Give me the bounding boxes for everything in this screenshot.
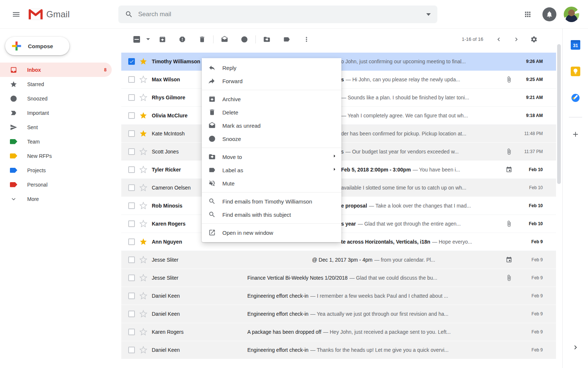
email-checkbox[interactable]: [128, 220, 135, 227]
list-scrollbar[interactable]: [557, 44, 561, 184]
star-toggle-icon[interactable]: [139, 292, 147, 300]
search-options-caret-icon[interactable]: [426, 13, 431, 16]
right-rail: 31: [562, 29, 588, 368]
menu-item-mark-as-unread[interactable]: Mark as unread: [202, 119, 341, 132]
sidebar-item-starred[interactable]: Starred: [0, 77, 112, 91]
menu-item-move-to[interactable]: Move to: [202, 150, 341, 163]
star-toggle-icon[interactable]: [139, 166, 147, 174]
email-row[interactable]: Daniel Keen Engineering effort check-in …: [121, 341, 556, 359]
star-toggle-icon[interactable]: [139, 112, 147, 120]
hamburger-menu-icon[interactable]: [7, 6, 25, 23]
newer-page-button[interactable]: [491, 32, 506, 47]
email-checkbox[interactable]: [128, 148, 135, 155]
email-row[interactable]: Daniel Keen Engineering effort check-in …: [121, 305, 556, 323]
email-subject-snippet: Engineering effort check-in — Thanks for…: [247, 347, 505, 353]
settings-gear-icon[interactable]: [527, 32, 541, 47]
profile-avatar[interactable]: [564, 7, 579, 22]
collapse-rail-chevron-icon[interactable]: [568, 340, 583, 355]
menu-item-snooze[interactable]: Snooze: [202, 132, 341, 145]
star-toggle-icon[interactable]: [139, 148, 147, 156]
sidebar-item-new-rfps[interactable]: New RFPs: [0, 149, 112, 163]
menu-item-find-emails-with-this-subject[interactable]: Find emails with this subject: [202, 208, 341, 221]
email-checkbox[interactable]: [128, 238, 135, 245]
sidebar-item-projects[interactable]: Projects: [0, 163, 112, 177]
email-row[interactable]: Karen Rogers A package has been dropped …: [121, 323, 556, 341]
menu-divider: [202, 192, 341, 192]
snooze-button[interactable]: [237, 32, 252, 47]
email-checkbox[interactable]: [128, 130, 135, 137]
menu-item-reply[interactable]: Reply: [202, 61, 341, 74]
mark-read-button[interactable]: [217, 32, 232, 47]
email-row[interactable]: Daniel Keen Engineering effort check-in …: [121, 287, 556, 305]
notification-bell-icon[interactable]: [542, 7, 556, 21]
list-toolbar: 1-16 of 16: [121, 29, 556, 50]
search-icon[interactable]: [125, 10, 133, 18]
move-to-button[interactable]: [259, 32, 274, 47]
select-caret-icon[interactable]: [146, 38, 150, 40]
archive-button[interactable]: [155, 32, 170, 47]
email-checkbox[interactable]: [128, 293, 135, 299]
email-checkbox[interactable]: [128, 347, 135, 353]
star-toggle-icon[interactable]: [139, 130, 147, 138]
sidebar-item-sent[interactable]: Sent: [0, 120, 112, 134]
sidebar-item-important[interactable]: Important: [0, 106, 112, 120]
email-checkbox[interactable]: [128, 275, 135, 281]
attachment-icon: [505, 220, 513, 227]
star-toggle-icon[interactable]: [139, 238, 147, 246]
email-checkbox[interactable]: [128, 184, 135, 191]
more-options-button[interactable]: [299, 32, 314, 47]
sidebar-item-team[interactable]: Team: [0, 134, 112, 149]
star-toggle-icon[interactable]: [139, 346, 147, 354]
star-toggle-icon[interactable]: [139, 274, 147, 282]
label-button[interactable]: [279, 32, 294, 47]
sidebar-item-inbox[interactable]: Inbox 8: [0, 63, 112, 77]
rail-tasks-icon[interactable]: [567, 90, 584, 106]
star-toggle-icon[interactable]: [139, 184, 147, 192]
delete-button[interactable]: [195, 32, 209, 47]
menu-item-delete[interactable]: Delete: [202, 106, 341, 119]
compose-button[interactable]: Compose: [5, 37, 69, 55]
star-toggle-icon[interactable]: [139, 57, 147, 66]
star-toggle-icon[interactable]: [139, 202, 147, 210]
star-toggle-icon[interactable]: [139, 256, 147, 264]
email-checkbox[interactable]: [128, 76, 135, 83]
menu-item-archive[interactable]: Archive: [202, 92, 341, 106]
sidebar-item-personal[interactable]: Personal: [0, 177, 112, 192]
select-all-checkbox[interactable]: [129, 32, 144, 47]
apps-grid-icon[interactable]: [520, 7, 535, 22]
star-toggle-icon[interactable]: [139, 75, 147, 84]
rail-add-icon[interactable]: [567, 126, 584, 142]
email-checkbox[interactable]: [128, 311, 135, 317]
search-input[interactable]: [138, 11, 426, 18]
older-page-button[interactable]: [509, 32, 524, 47]
email-row[interactable]: Jesse Sliter Finance Vertical Bi-Weekly …: [121, 269, 556, 287]
email-checkbox[interactable]: [128, 112, 135, 119]
email-checkbox[interactable]: [128, 58, 135, 65]
star-icon: [10, 80, 18, 88]
report-spam-button[interactable]: [175, 32, 190, 47]
menu-item-label-as[interactable]: Label as: [202, 163, 341, 177]
email-checkbox[interactable]: [128, 94, 135, 101]
rail-keep-icon[interactable]: [567, 63, 584, 79]
email-checkbox[interactable]: [128, 256, 135, 263]
menu-item-open-in-new-window[interactable]: Open in new window: [202, 226, 341, 239]
email-subject-snippet: @ Dec 1, 2017 3pm - 4pm — from your cale…: [247, 257, 505, 263]
star-toggle-icon[interactable]: [139, 93, 147, 102]
email-subject-snippet: Engineering effort check-in — I remember…: [247, 293, 505, 299]
pagination-count: 1-16 of 16: [462, 36, 483, 42]
email-row[interactable]: Jesse Sliter @ Dec 1, 2017 3pm - 4pm — f…: [121, 251, 556, 269]
email-checkbox[interactable]: [128, 329, 135, 335]
email-checkbox[interactable]: [128, 166, 135, 173]
rail-calendar-icon[interactable]: 31: [567, 37, 584, 53]
menu-item-find-emails-from-timothy-williamson[interactable]: Find emails from Timothy Williamson: [202, 195, 341, 208]
sidebar-item-more[interactable]: More: [0, 192, 112, 206]
sidebar-item-snoozed[interactable]: Snoozed: [0, 91, 112, 106]
menu-item-mute[interactable]: Mute: [202, 177, 341, 190]
email-time: Feb 10: [513, 221, 543, 226]
star-toggle-icon[interactable]: [139, 220, 147, 228]
forward-icon: [208, 77, 216, 85]
email-checkbox[interactable]: [128, 202, 135, 209]
menu-item-forward[interactable]: Forward: [202, 74, 341, 88]
star-toggle-icon[interactable]: [139, 328, 147, 336]
star-toggle-icon[interactable]: [139, 310, 147, 318]
